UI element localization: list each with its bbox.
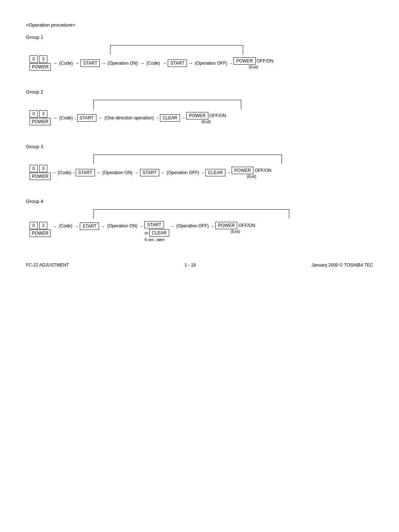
group2-keys: 0 3 POWER <box>30 110 51 125</box>
op-off: (Operation OFF) <box>195 61 227 66</box>
power-offon1: POWER OFF/ON (Exit) <box>233 57 273 69</box>
footer-center: 1 - 18 <box>185 262 196 268</box>
g4-exit: (Exit) <box>231 229 240 234</box>
g4-start2-btn: START <box>144 221 164 228</box>
g3-exit: (Exit) <box>247 174 256 179</box>
g3-arrow-down1: ↓ <box>73 170 75 175</box>
g3-op-on: (Operation ON) <box>102 170 133 175</box>
g2-arrow3: → <box>155 116 159 120</box>
arrow1: → <box>52 60 57 66</box>
g4-power-btn: POWER <box>215 222 237 229</box>
g2-arrow4: → <box>181 116 185 120</box>
group4-label: Group 4 <box>26 199 373 204</box>
arrow5: → <box>162 60 167 66</box>
g2-clear-btn: CLEAR <box>160 114 180 122</box>
key3: 3 <box>39 55 47 63</box>
g2-one-dir: (One-direction operation) <box>105 115 154 121</box>
g2-key0: 0 <box>30 110 38 118</box>
op-on: (Operation ON) <box>108 61 138 66</box>
g3-op-off: (Operation OFF) <box>167 170 199 175</box>
g2-exit: (Exit) <box>201 119 211 124</box>
g3-start1-btn: START <box>76 169 95 176</box>
g4-key3: 3 <box>39 222 47 229</box>
g3-key3: 3 <box>39 165 47 172</box>
arrow4: → <box>140 60 144 66</box>
start2-btn: START <box>168 60 187 67</box>
g4-arrow4: → <box>170 224 174 228</box>
g4-op-off: (Operation OFF) <box>176 223 209 228</box>
g4-offon: OFF/ON <box>238 223 255 228</box>
g3-arrow1: → <box>52 170 56 175</box>
g3-arrow4: → <box>160 170 165 175</box>
group1-flow: 0 3 POWER → (Code) → START → (Operation … <box>30 44 373 71</box>
g4-code1: (Code) <box>59 223 72 228</box>
g4-start-or-clear: START or CLEAR 6 sec. later <box>144 221 169 242</box>
group4-flow: 0 3 POWER → (Code) → START → (Operation … <box>30 208 373 242</box>
footer-left: FC-22 ADJUSTMENT <box>26 262 69 268</box>
g4-arrow1: → <box>52 224 57 229</box>
section-title: <Operation procedure> <box>26 22 373 28</box>
offon1: OFF/ON <box>257 58 273 64</box>
g4-arrow2: → <box>74 224 79 229</box>
group1-label: Group 1 <box>26 34 373 40</box>
group3-flow-row: 0 3 POWER → (Code) ↓ START → (Operation … <box>30 165 373 180</box>
footer: FC-22 ADJUSTMENT 1 - 18 January 2000 © T… <box>0 262 399 268</box>
group3-section: Group 3 0 3 POWER → (Code) ↓ STAR <box>26 144 373 180</box>
arrow6: → <box>188 60 193 66</box>
group4-flow-row: 0 3 POWER → (Code) → START → (Operation … <box>30 220 373 242</box>
g3-code1: (Code) <box>58 170 71 175</box>
key0: 0 <box>30 55 38 63</box>
g3-power-btn: POWER <box>232 167 253 174</box>
g3-arrow5: → <box>201 170 205 175</box>
g4-6sec: 6 sec. later <box>144 237 164 242</box>
start1-btn: START <box>81 60 100 67</box>
g3-clear-btn: CLEAR <box>205 169 225 176</box>
g4-clear-btn: CLEAR <box>149 229 169 237</box>
g2-power-btn: POWER <box>186 112 208 119</box>
g2-arrow2: → <box>98 115 102 121</box>
page: <Operation procedure> Group 1 0 3 POWER <box>0 0 399 282</box>
group1-section: Group 1 0 3 POWER → (Code) <box>26 34 373 71</box>
power-key: POWER <box>30 63 51 71</box>
group3-label: Group 3 <box>26 144 373 149</box>
g3-arrow2: → <box>96 170 100 175</box>
g2-power-key: POWER <box>30 118 51 125</box>
power-btn1: POWER <box>233 57 255 65</box>
g4-start1-btn: START <box>80 223 99 230</box>
arrow3: → <box>101 60 106 66</box>
g3-offon: OFF/ON <box>255 168 271 173</box>
power-offon3: POWER OFF/ON (Exit) <box>232 167 272 179</box>
group2-label: Group 2 <box>26 89 373 95</box>
group2-flow-row: 0 3 POWER → (Code) ↓ START → (One-direct… <box>30 110 373 125</box>
g4-or-label: or <box>144 231 148 235</box>
g4-arrow3: → <box>100 224 105 229</box>
group4-keys: 0 3 POWER <box>30 222 51 237</box>
g4-arrow-down1: → <box>139 224 143 228</box>
arrow2: → <box>75 60 79 66</box>
g2-start-btn: START <box>77 114 96 122</box>
g3-key0: 0 <box>30 165 38 172</box>
g4-key0: 0 <box>30 222 38 229</box>
g4-power-key: POWER <box>30 230 51 237</box>
code2: (Code) <box>146 61 160 66</box>
power-offon2: POWER OFF/ON (Exit) <box>186 112 226 124</box>
g3-arrow6: → <box>226 170 231 175</box>
arrow7: → <box>229 61 233 65</box>
group1-keys: 0 3 POWER <box>30 55 51 71</box>
group2-section: Group 2 0 3 POWER → (Code) ↓ STAR <box>26 89 373 125</box>
g3-arrow3: → <box>134 170 139 175</box>
g4-arrow5: → <box>210 224 214 228</box>
code1: (Code) <box>59 61 73 66</box>
group4-section: Group 4 0 3 POWER → (Code) → STAR <box>26 199 373 242</box>
g3-power-key: POWER <box>30 173 51 180</box>
footer-right: January 2000 © TOSHIBA TEC <box>311 262 373 268</box>
g2-arrow1: → <box>52 115 57 121</box>
g2-key3: 3 <box>39 110 47 118</box>
power-offon4: POWER OFF/ON (Exit) <box>215 222 255 234</box>
g2-arrow-down1: ↓ <box>74 116 76 120</box>
exit1: (Exit) <box>249 65 258 69</box>
group3-flow: 0 3 POWER → (Code) ↓ START → (Operation … <box>30 153 373 180</box>
g2-offon: OFF/ON <box>209 113 226 118</box>
group2-flow: 0 3 POWER → (Code) ↓ START → (One-direct… <box>30 98 373 125</box>
g4-op-on: (Operation ON) <box>107 223 137 228</box>
